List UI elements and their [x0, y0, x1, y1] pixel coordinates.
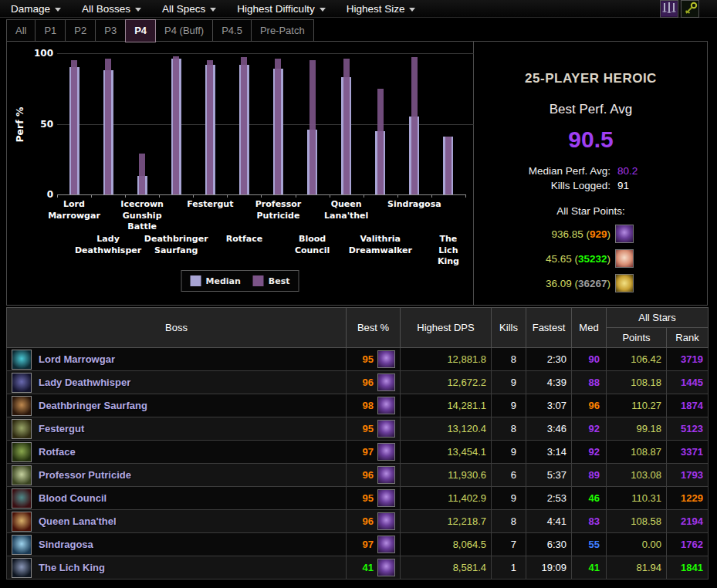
best-percent-value[interactable]: 98 [363, 400, 374, 411]
best-bar-valithria-dreamwalker[interactable] [377, 89, 384, 194]
med-percent-value[interactable]: 92 [572, 441, 607, 464]
best-percent-value[interactable]: 95 [363, 423, 374, 434]
col-header-best[interactable]: Best % [347, 308, 401, 348]
median-perf-label: Median Perf. Avg: [475, 164, 610, 178]
highest-dps-value: 12,218.7 [401, 510, 492, 533]
allstar-rank-value[interactable]: 1229 [667, 487, 709, 510]
best-bar-rotface[interactable] [241, 57, 247, 194]
best-bar-the-lich-king[interactable] [445, 137, 452, 194]
col-header-fastest[interactable]: Fastest [526, 308, 572, 348]
boss-icon-lady-deathwhisper[interactable] [12, 373, 32, 393]
med-percent-value[interactable]: 96 [572, 394, 607, 417]
allstar-rank-value[interactable]: 1793 [667, 464, 709, 487]
gridline-100 [57, 53, 474, 54]
all-star-points-list: 936.85 (929)45.65 (35232)36.09 (36267) [475, 225, 707, 292]
best-percent-value[interactable]: 96 [363, 377, 374, 388]
legend-item-median[interactable]: Median [191, 275, 241, 286]
nav-menu-damage[interactable]: Damage [11, 3, 61, 15]
med-percent-value[interactable]: 46 [572, 487, 607, 510]
boss-icon-professor-putricide[interactable] [12, 465, 32, 485]
col-header-rank[interactable]: Rank [667, 328, 709, 348]
allstar-rank-value[interactable]: 3719 [667, 348, 709, 371]
boss-icon-rotface[interactable] [12, 442, 32, 462]
best-bar-blood-council[interactable] [309, 60, 316, 194]
nav-menu-highest-size[interactable]: Highest Size [347, 3, 416, 15]
boss-cell-inner: Sindragosa [12, 535, 341, 555]
tab-p4-buff[interactable]: P4 (Buff) [155, 19, 213, 42]
nav-menu-highest-difficulty[interactable]: Highest Difficulty [237, 3, 325, 15]
best-percent-value[interactable]: 97 [363, 446, 374, 458]
med-percent-value[interactable]: 90 [572, 348, 607, 371]
boss-link[interactable]: Deathbringer Saurfang [39, 400, 147, 411]
med-percent-value[interactable]: 41 [572, 556, 607, 580]
col-header-points[interactable]: Points [607, 328, 667, 348]
boss-link[interactable]: Professor Putricide [39, 469, 131, 481]
allstar-rank-value[interactable]: 1874 [667, 394, 709, 417]
best-bar-icecrown-gunship-battle[interactable] [139, 154, 145, 194]
key-item-icon[interactable] [681, 0, 699, 18]
col-header-med[interactable]: Med [572, 308, 607, 348]
col-header-boss[interactable]: Boss [7, 308, 347, 348]
allstar-points-value: 99.18 [607, 417, 667, 441]
boss-link[interactable]: Blood Council [39, 492, 107, 504]
boss-link[interactable]: The Lich King [39, 562, 105, 573]
best-percent-value[interactable]: 95 [363, 353, 374, 365]
boss-link[interactable]: Festergut [39, 423, 84, 434]
boss-icon-queen-lana-thel[interactable] [12, 512, 32, 532]
best-bar-lord-marrowgar[interactable] [71, 60, 77, 194]
tab-p4[interactable]: P4 [125, 19, 156, 42]
tab-p3[interactable]: P3 [95, 19, 126, 42]
boss-icon-the-lich-king[interactable] [12, 558, 32, 578]
best-bar-festergut[interactable] [207, 60, 213, 194]
spec-icon-discipline [615, 249, 634, 268]
allstar-rank-value[interactable]: 1762 [667, 533, 709, 556]
best-percent-value[interactable]: 96 [363, 469, 374, 481]
col-header-dps[interactable]: Highest DPS [401, 308, 492, 348]
best-bar-lady-deathwhisper[interactable] [105, 59, 111, 194]
best-bar-deathbringer-saurfang[interactable] [173, 56, 179, 194]
boss-icon-festergut[interactable] [12, 419, 32, 439]
allstar-rank-value[interactable]: 1841 [667, 556, 709, 580]
med-percent-value[interactable]: 83 [572, 510, 607, 533]
best-percent-cell: 96 [347, 464, 401, 487]
boss-link[interactable]: Lord Marrowgar [39, 353, 115, 365]
med-percent-value[interactable]: 88 [572, 371, 607, 394]
best-bar-queen-lana-thel[interactable] [343, 59, 350, 194]
boss-icon-blood-council[interactable] [12, 488, 32, 509]
allstar-rank-value[interactable]: 1445 [667, 371, 709, 394]
best-percent-value[interactable]: 41 [363, 562, 374, 573]
rank-value[interactable]: 929 [590, 228, 607, 240]
nav-menu-all-specs[interactable]: All Specs [162, 3, 216, 15]
boss-link[interactable]: Queen Lana'thel [39, 515, 117, 527]
tab-p1[interactable]: P1 [35, 19, 66, 42]
col-header-kills[interactable]: Kills [492, 308, 526, 348]
boss-table: Boss Best % Highest DPS Kills Fastest Me… [6, 307, 709, 580]
boss-link[interactable]: Sindragosa [39, 539, 93, 550]
rank-value[interactable]: 35232 [578, 253, 607, 265]
tab-pre-patch[interactable]: Pre-Patch [251, 19, 314, 42]
boss-icon-sindragosa[interactable] [12, 535, 32, 555]
tab-p4-5[interactable]: P4.5 [212, 19, 252, 42]
allstar-rank-value[interactable]: 2194 [667, 510, 709, 533]
tab-all[interactable]: All [6, 19, 36, 42]
best-percent-value[interactable]: 96 [363, 515, 374, 527]
allstar-rank-value[interactable]: 5123 [667, 417, 709, 441]
best-bar-professor-putricide[interactable] [275, 59, 281, 194]
boss-icon-deathbringer-saurfang[interactable] [12, 396, 32, 416]
med-percent-value[interactable]: 92 [572, 417, 607, 441]
boss-cell: Deathbringer Saurfang [7, 394, 347, 417]
swords-item-icon[interactable] [660, 0, 678, 18]
boss-link[interactable]: Lady Deathwhisper [39, 377, 130, 388]
boss-link[interactable]: Rotface [39, 446, 76, 458]
med-percent-value[interactable]: 55 [572, 533, 607, 556]
best-percent-value[interactable]: 95 [363, 492, 374, 504]
best-percent-value[interactable]: 97 [363, 539, 374, 550]
legend-item-best[interactable]: Best [253, 275, 290, 286]
allstar-rank-value[interactable]: 3371 [667, 441, 709, 464]
med-percent-value[interactable]: 89 [572, 464, 607, 487]
nav-menu-all-bosses[interactable]: All Bosses [82, 3, 141, 15]
rank-value[interactable]: 36267 [578, 278, 607, 289]
tab-p2[interactable]: P2 [65, 19, 96, 42]
boss-icon-lord-marrowgar[interactable] [12, 350, 32, 370]
best-bar-sindragosa[interactable] [411, 57, 418, 194]
